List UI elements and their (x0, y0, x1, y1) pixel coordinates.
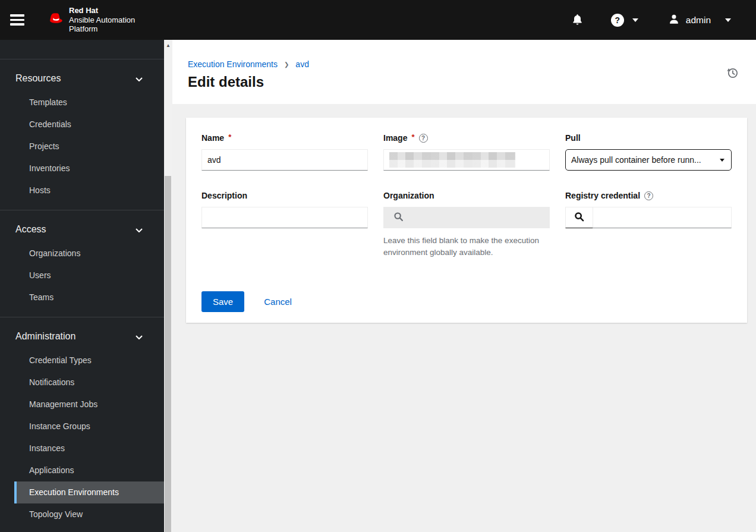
sidebar-scrollbar[interactable]: ▲ (164, 40, 172, 532)
sidebar-nav: Resources Templates Credentials Projects… (0, 40, 164, 532)
notifications-button[interactable] (571, 13, 584, 27)
sidebar-item-credential-types[interactable]: Credential Types (14, 350, 164, 372)
organization-field-group: Organization Leave this field blank to m… (383, 190, 550, 258)
breadcrumb-link-execution-environments[interactable]: Execution Environments (188, 59, 278, 69)
cancel-button[interactable]: Cancel (264, 297, 292, 307)
page-header: Execution Environments ❯ avd Edit detail… (172, 40, 756, 104)
save-button[interactable]: Save (201, 291, 244, 312)
main-content: Execution Environments ❯ avd Edit detail… (172, 40, 756, 532)
sidebar-item-instances[interactable]: Instances (14, 437, 164, 459)
image-label: Image * ? (383, 132, 550, 144)
sidebar-item-topology-view[interactable]: Topology View (14, 503, 164, 525)
sidebar-item-templates[interactable]: Templates (14, 92, 164, 114)
activity-history-button[interactable] (726, 67, 739, 81)
breadcrumb: Execution Environments ❯ avd (188, 59, 756, 69)
registry-credential-help-icon[interactable]: ? (644, 191, 653, 200)
sidebar-item-management-jobs[interactable]: Management Jobs (14, 394, 164, 415)
name-label: Name * (201, 132, 368, 144)
user-label: admin (686, 15, 711, 26)
description-input[interactable] (201, 207, 368, 228)
sidebar-group-label: Access (15, 224, 46, 235)
organization-helper-text: Leave this field blank to make the execu… (383, 235, 550, 258)
pull-select[interactable]: Always pull container before runn... (565, 149, 732, 171)
pull-label: Pull (565, 132, 732, 144)
brand-logo: Red Hat Ansible Automation Platform (44, 6, 135, 34)
chevron-down-icon (725, 18, 731, 22)
sidebar-item-teams[interactable]: Teams (14, 287, 164, 309)
form-actions: Save Cancel (201, 291, 732, 312)
sidebar-item-applications[interactable]: Applications (14, 459, 164, 481)
sidebar-group-resources[interactable]: Resources (14, 65, 164, 92)
sidebar-group-label: Administration (15, 331, 75, 342)
registry-credential-label: Registry credential ? (565, 190, 732, 202)
page-title: Edit details (188, 74, 756, 90)
chevron-down-icon (136, 331, 143, 342)
sidebar-item-inventories[interactable]: Inventories (14, 158, 164, 180)
sidebar-group-administration[interactable]: Administration (14, 323, 164, 350)
user-menu[interactable]: admin (668, 13, 731, 27)
brand-product-line2: Platform (69, 24, 135, 34)
redhat-fedora-icon (44, 12, 64, 27)
breadcrumb-link-avd[interactable]: avd (295, 59, 309, 69)
breadcrumb-separator-icon: ❯ (284, 61, 289, 68)
scrollbar-up-arrow-icon[interactable]: ▲ (164, 43, 172, 49)
edit-details-card: Name * Image * ? Pull (186, 118, 747, 323)
organization-lookup[interactable] (383, 207, 550, 228)
brand-name: Red Hat (69, 6, 135, 15)
name-field-group: Name * (201, 132, 368, 171)
sidebar-item-execution-environments[interactable]: Execution Environments (14, 481, 164, 503)
history-icon (726, 67, 739, 81)
app-header: Red Hat Ansible Automation Platform ? (0, 0, 756, 40)
sidebar-item-projects[interactable]: Projects (14, 136, 164, 158)
sidebar-item-credentials[interactable]: Credentials (14, 114, 164, 136)
search-icon (574, 212, 584, 223)
sidebar-item-users[interactable]: Users (14, 265, 164, 287)
help-icon: ? (611, 14, 624, 27)
chevron-down-icon (136, 73, 143, 84)
pull-field-group: Pull Always pull container before runn..… (565, 132, 732, 171)
registry-credential-lookup (565, 207, 732, 228)
description-field-group: Description (201, 190, 368, 258)
sidebar-spacer (0, 40, 164, 59)
registry-credential-input[interactable] (593, 207, 732, 228)
image-help-icon[interactable]: ? (419, 134, 428, 143)
sidebar-group-label: Resources (15, 73, 61, 84)
registry-credential-field-group: Registry credential ? (565, 190, 732, 258)
name-input[interactable] (201, 149, 368, 171)
image-input[interactable] (383, 149, 550, 171)
sidebar-group-access[interactable]: Access (14, 216, 164, 243)
redacted-value (389, 152, 515, 168)
sidebar-item-organizations[interactable]: Organizations (14, 243, 164, 265)
bell-icon (571, 13, 584, 27)
organization-label: Organization (383, 190, 550, 202)
description-label: Description (201, 190, 368, 202)
scrollbar-thumb[interactable] (165, 176, 171, 532)
chevron-down-icon (632, 18, 638, 22)
nav-toggle-button[interactable] (10, 12, 24, 28)
sidebar-item-hosts[interactable]: Hosts (14, 180, 164, 202)
help-menu[interactable]: ? (611, 14, 638, 27)
sidebar-item-notifications[interactable]: Notifications (14, 372, 164, 394)
search-icon (393, 212, 404, 224)
image-field-group: Image * ? (383, 132, 550, 171)
required-asterisk: * (411, 133, 414, 141)
pull-select-value: Always pull container before runn... (571, 155, 701, 165)
required-asterisk: * (228, 133, 231, 141)
sidebar-item-instance-groups[interactable]: Instance Groups (14, 415, 164, 437)
registry-credential-search-button[interactable] (565, 207, 593, 228)
chevron-down-icon (136, 224, 143, 235)
user-icon (668, 13, 680, 27)
chevron-down-icon (720, 159, 724, 162)
brand-product-line1: Ansible Automation (69, 15, 135, 25)
